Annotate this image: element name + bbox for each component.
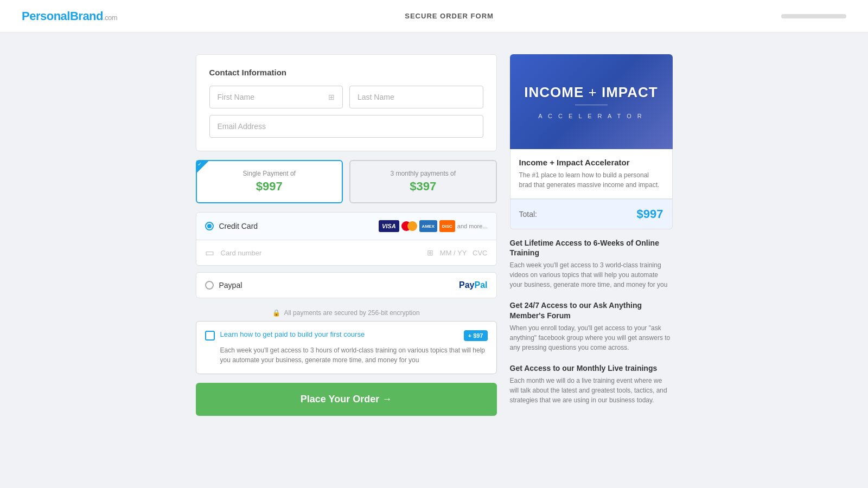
paypal-row[interactable]: Paypal PayPal bbox=[196, 273, 496, 298]
logo-personal: Personal bbox=[22, 9, 70, 23]
payment-method-section: Credit Card VISA AMEX DISC and more... ▭… bbox=[196, 212, 497, 266]
place-order-button[interactable]: Place Your Order → bbox=[196, 383, 497, 416]
benefits-section: Get Lifetime Access to 6-Weeks of Online… bbox=[510, 229, 673, 425]
credit-card-radio[interactable] bbox=[205, 222, 214, 230]
benefit-desc-1: When you enroll today, you'll get access… bbox=[510, 323, 673, 352]
upsell-box: Learn how to get paid to build your firs… bbox=[196, 321, 497, 374]
paypal-section: Paypal PayPal bbox=[196, 272, 497, 298]
monthly-payment-option[interactable]: 3 monthly payments of $397 bbox=[349, 160, 497, 203]
total-price: $997 bbox=[637, 207, 663, 221]
payment-options: ✓ Single Payment of $997 3 monthly payme… bbox=[196, 160, 497, 203]
paypal-radio[interactable] bbox=[205, 281, 214, 290]
card-table-icon: ⊞ bbox=[427, 248, 433, 257]
last-name-field[interactable] bbox=[349, 86, 483, 108]
discover-logo: DISC bbox=[439, 220, 455, 232]
mastercard-logo bbox=[401, 221, 417, 231]
card-chip-icon: ▭ bbox=[205, 247, 214, 259]
benefit-title-1: Get 24/7 Access to our Ask Anything Memb… bbox=[510, 300, 673, 320]
product-image-subtitle: A C C E L E R A T O R bbox=[538, 113, 643, 119]
contact-title: Contact Information bbox=[209, 68, 483, 77]
last-name-input[interactable] bbox=[358, 93, 475, 101]
lock-icon: 🔒 bbox=[272, 309, 280, 317]
product-total: Total: $997 bbox=[510, 199, 673, 229]
benefit-item: Get Access to our Monthly Live trainings… bbox=[510, 363, 673, 405]
card-logos: VISA AMEX DISC and more... bbox=[379, 220, 488, 232]
first-name-field[interactable]: ⊞ bbox=[209, 86, 343, 108]
benefit-item: Get Lifetime Access to 6-Weeks of Online… bbox=[510, 238, 673, 290]
and-more-text: and more... bbox=[457, 223, 488, 229]
header-bar bbox=[781, 14, 846, 18]
paypal-logo: PayPal bbox=[459, 280, 487, 290]
benefit-desc-0: Each week you'll get access to 3 world-c… bbox=[510, 260, 673, 290]
single-payment-label: Single Payment of bbox=[208, 170, 331, 177]
upsell-header: Learn how to get paid to build your firs… bbox=[205, 330, 488, 341]
email-input[interactable] bbox=[218, 122, 475, 131]
card-input-row: ▭ Card number ⊞ MM / YY CVC bbox=[196, 240, 496, 265]
main-container: Contact Information ⊞ ✓ Single Payme bbox=[108, 33, 760, 446]
security-note: 🔒 All payments are secured by 256-bit en… bbox=[196, 305, 497, 321]
secure-order-label: SECURE ORDER FORM bbox=[405, 12, 494, 20]
visa-logo: VISA bbox=[379, 220, 399, 232]
left-column: Contact Information ⊞ ✓ Single Payme bbox=[196, 54, 497, 425]
paypal-text: Paypal bbox=[219, 281, 242, 290]
credit-card-row[interactable]: Credit Card VISA AMEX DISC and more... bbox=[196, 213, 496, 240]
first-name-input[interactable] bbox=[218, 93, 329, 101]
logo-com: .com bbox=[103, 14, 117, 22]
amex-logo: AMEX bbox=[419, 220, 437, 232]
right-column: INCOME + IMPACT A C C E L E R A T O R In… bbox=[510, 54, 673, 425]
logo: PersonalBrand.com bbox=[22, 9, 117, 23]
benefit-title-0: Get Lifetime Access to 6-Weeks of Online… bbox=[510, 238, 673, 258]
security-text: All payments are secured by 256-bit encr… bbox=[284, 309, 419, 317]
product-image-title: INCOME + IMPACT bbox=[524, 84, 658, 101]
header: PersonalBrand.com SECURE ORDER FORM bbox=[0, 0, 868, 33]
product-image: INCOME + IMPACT A C C E L E R A T O R bbox=[510, 54, 673, 149]
person-icon: ⊞ bbox=[328, 93, 335, 101]
single-payment-price: $997 bbox=[208, 179, 331, 194]
credit-card-text: Credit Card bbox=[219, 222, 258, 230]
upsell-title: Learn how to get paid to build your firs… bbox=[220, 330, 458, 338]
benefit-item: Get 24/7 Access to our Ask Anything Memb… bbox=[510, 300, 673, 352]
card-expiry[interactable]: MM / YY CVC bbox=[440, 249, 488, 257]
product-name: Income + Impact Accelerator bbox=[519, 158, 663, 167]
contact-section: Contact Information ⊞ bbox=[196, 54, 497, 151]
upsell-badge: + $97 bbox=[464, 330, 488, 341]
credit-card-label: Credit Card bbox=[205, 222, 258, 230]
paypal-label: Paypal bbox=[205, 281, 242, 290]
upsell-description: Each week you'll get access to 3 hours o… bbox=[220, 345, 488, 365]
total-label: Total: bbox=[519, 210, 537, 219]
product-info: Income + Impact Accelerator The #1 place… bbox=[510, 149, 673, 199]
name-row: ⊞ bbox=[209, 86, 483, 108]
card-number-placeholder[interactable]: Card number bbox=[221, 249, 420, 257]
upsell-checkbox[interactable] bbox=[205, 331, 215, 341]
benefit-title-2: Get Access to our Monthly Live trainings bbox=[510, 363, 673, 373]
benefit-desc-2: Each month we will do a live training ev… bbox=[510, 376, 673, 405]
single-payment-option[interactable]: ✓ Single Payment of $997 bbox=[196, 160, 343, 203]
monthly-payment-label: 3 monthly payments of bbox=[361, 170, 485, 177]
email-field[interactable] bbox=[209, 115, 483, 138]
product-image-divider bbox=[575, 105, 608, 105]
product-description: The #1 place to learn how to build a per… bbox=[519, 170, 663, 190]
monthly-payment-price: $397 bbox=[361, 179, 485, 194]
logo-brand: Brand bbox=[70, 9, 103, 23]
